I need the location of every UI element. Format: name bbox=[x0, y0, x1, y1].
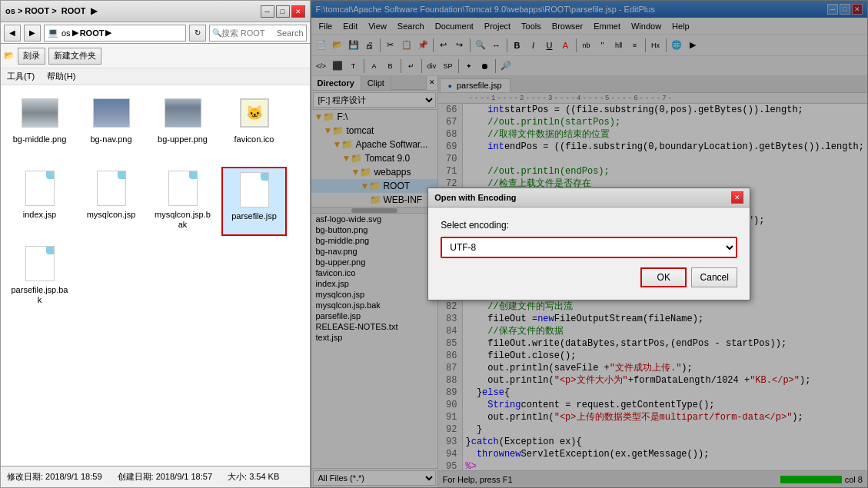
file-icon-mysqlcon-jsp bbox=[93, 170, 130, 207]
file-item-parsefile-bak[interactable]: parsefile.jsp.bak bbox=[7, 242, 72, 311]
modal-button-group: OK Cancel bbox=[441, 267, 737, 287]
explorer-menu-bar: 工具(T) 帮助(H) bbox=[1, 68, 310, 85]
forward-button[interactable]: ▶ bbox=[24, 25, 41, 41]
new-folder-button[interactable]: 新建文件夹 bbox=[48, 48, 101, 65]
file-icon-parsefile-jsp bbox=[236, 171, 273, 208]
file-item-favicon[interactable]: 🐱 favicon.ico bbox=[221, 91, 287, 161]
file-created-date: 创建日期: 2018/9/1 18:57 bbox=[118, 471, 213, 483]
maximize-button[interactable]: □ bbox=[276, 5, 290, 18]
png-thumbnail bbox=[93, 98, 130, 128]
doc-thumbnail bbox=[240, 172, 269, 207]
file-modified-date: 修改日期: 2018/9/1 18:59 bbox=[7, 471, 102, 483]
file-label: index.jsp bbox=[23, 210, 56, 220]
file-label: bg-upper.png bbox=[158, 134, 208, 144]
file-item-bg-upper[interactable]: bg-upper.png bbox=[150, 91, 215, 161]
cancel-button[interactable]: Cancel bbox=[691, 267, 737, 287]
file-icon-index-jsp bbox=[22, 170, 58, 207]
doc-thumbnail bbox=[25, 171, 55, 206]
search-input[interactable] bbox=[221, 28, 275, 38]
file-label: mysqlcon.jsp bbox=[87, 210, 136, 220]
doc-thumbnail bbox=[97, 171, 126, 206]
help-menu[interactable]: 帮助(H) bbox=[44, 70, 78, 83]
organize-menu[interactable]: 📂 bbox=[4, 51, 15, 61]
file-icon-mysqlcon-bak bbox=[165, 170, 201, 207]
file-size: 大小: 3.54 KB bbox=[228, 471, 279, 483]
doc-thumbnail bbox=[25, 246, 55, 281]
modal-overlay: Open with Encoding ✕ Select encoding: UT… bbox=[311, 0, 869, 488]
encoding-select[interactable]: UTF-8 bbox=[441, 237, 737, 258]
modal-close-button[interactable]: ✕ bbox=[731, 191, 743, 204]
file-label: parsefile.jsp.bak bbox=[10, 285, 69, 305]
search-label: Search bbox=[277, 28, 304, 38]
back-button[interactable]: ◀ bbox=[4, 25, 21, 41]
file-label: bg-nav.png bbox=[90, 134, 131, 144]
png-thumbnail bbox=[22, 98, 58, 128]
file-icon-bg-upper bbox=[165, 95, 201, 131]
burn-button[interactable]: 刻录 bbox=[18, 48, 45, 65]
file-item-mysqlcon-bak[interactable]: mysqlcon.jsp.bak bbox=[150, 167, 215, 236]
file-item-parsefile-jsp[interactable]: parsefile.jsp bbox=[221, 167, 287, 236]
doc-thumbnail bbox=[168, 171, 198, 206]
file-icon-bg-nav bbox=[93, 95, 130, 131]
ok-button[interactable]: OK bbox=[640, 267, 687, 287]
close-button[interactable]: ✕ bbox=[291, 5, 305, 18]
explorer-path: os > ROOT > ROOT ▶ bbox=[5, 6, 97, 16]
minimize-button[interactable]: ─ bbox=[261, 5, 274, 18]
editplus-wrapper: F:\tomcat\Apache Software Foundation\Tom… bbox=[311, 0, 869, 488]
file-icon-bg-middle bbox=[22, 95, 58, 131]
file-item-index-jsp[interactable]: index.jsp bbox=[7, 167, 72, 236]
file-item-bg-middle[interactable]: bg-middle.png bbox=[7, 91, 72, 161]
ico-thumbnail: 🐱 bbox=[240, 98, 269, 128]
modal-body: Select encoding: UTF-8 OK Cancel bbox=[428, 207, 750, 300]
file-grid: bg-middle.png bg-nav.png bg-upper.png 🐱 bbox=[1, 85, 310, 466]
refresh-button[interactable]: ↻ bbox=[189, 25, 206, 41]
explorer-window-controls: ─ □ ✕ bbox=[261, 5, 305, 18]
file-explorer-panel: os > ROOT > ROOT ▶ ─ □ ✕ ◀ ▶ 💻 os▶ ROOT▶… bbox=[0, 0, 311, 488]
tools-menu[interactable]: 工具(T) bbox=[4, 70, 38, 83]
explorer-status-bar: 修改日期: 2018/9/1 18:59 创建日期: 2018/9/1 18:5… bbox=[1, 466, 310, 487]
modal-title: Open with Encoding bbox=[434, 193, 516, 202]
file-label: favicon.ico bbox=[234, 134, 274, 144]
search-box[interactable]: 🔍 Search bbox=[209, 25, 307, 41]
file-label: parsefile.jsp bbox=[231, 211, 277, 221]
path-bar: ◀ ▶ 💻 os▶ ROOT▶ ↻ 🔍 Search bbox=[1, 22, 310, 44]
modal-title-bar: Open with Encoding ✕ bbox=[428, 188, 750, 207]
png-thumbnail bbox=[165, 98, 201, 128]
open-with-encoding-dialog: Open with Encoding ✕ Select encoding: UT… bbox=[427, 188, 750, 300]
file-item-bg-nav[interactable]: bg-nav.png bbox=[78, 91, 144, 161]
address-bar[interactable]: 💻 os▶ ROOT▶ bbox=[44, 25, 186, 41]
file-label: mysqlcon.jsp.bak bbox=[153, 210, 212, 230]
file-label: bg-middle.png bbox=[13, 134, 67, 144]
explorer-title-bar: os > ROOT > ROOT ▶ ─ □ ✕ bbox=[1, 1, 310, 22]
encoding-label: Select encoding: bbox=[441, 220, 737, 231]
file-icon-favicon: 🐱 bbox=[236, 95, 273, 131]
explorer-toolbar: 📂 刻录 新建文件夹 bbox=[1, 44, 310, 68]
file-item-mysqlcon-jsp[interactable]: mysqlcon.jsp bbox=[78, 167, 144, 236]
file-icon-parsefile-bak bbox=[22, 245, 58, 282]
